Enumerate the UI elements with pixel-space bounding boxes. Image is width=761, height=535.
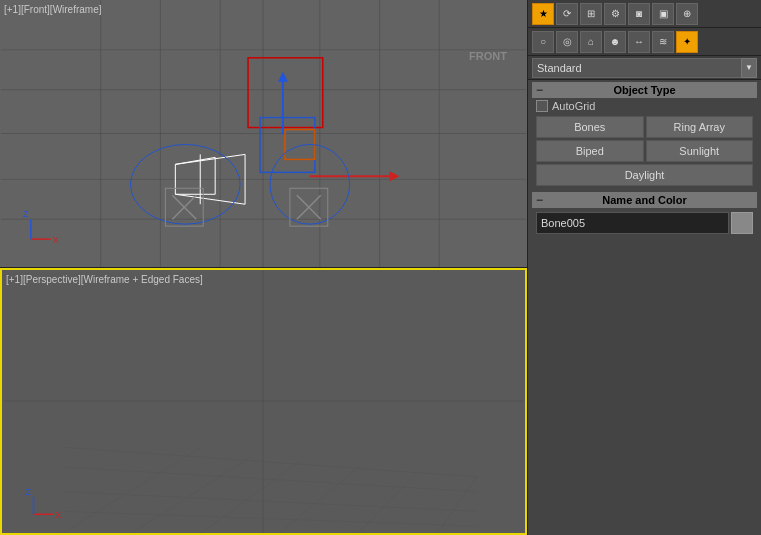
svg-line-39: [132, 457, 250, 533]
viewport-perspective-svg: X Z FRONT: [2, 270, 525, 533]
object-type-buttons: Bones Ring Array Biped Sunlight Daylight: [532, 114, 757, 188]
spark-icon-btn[interactable]: ✦: [676, 31, 698, 53]
biped-button[interactable]: Biped: [536, 140, 644, 162]
refresh-icon-btn[interactable]: ⟳: [556, 3, 578, 25]
svg-line-43: [437, 477, 476, 533]
toolbar-row-2: ○ ◎ ⌂ ☻ ↔ ≋ ✦: [528, 28, 761, 56]
svg-marker-18: [390, 171, 400, 181]
render-icon-btn[interactable]: ▣: [652, 3, 674, 25]
object-type-label: Object Type: [613, 84, 675, 96]
viewport-perspective[interactable]: [+1][Perspective][Wireframe + Edged Face…: [0, 268, 527, 535]
svg-line-41: [280, 467, 359, 533]
dropdown-arrow-btn[interactable]: ▼: [741, 58, 757, 78]
settings-icon-btn[interactable]: ⚙: [604, 3, 626, 25]
bones-button[interactable]: Bones: [536, 116, 644, 138]
name-input-row: [532, 208, 757, 238]
wave-icon-btn[interactable]: ≋: [652, 31, 674, 53]
circle-icon-btn[interactable]: ○: [532, 31, 554, 53]
svg-line-45: [63, 467, 477, 492]
svg-text:X: X: [55, 510, 61, 520]
object-name-input[interactable]: [536, 212, 729, 234]
svg-point-25: [270, 144, 350, 224]
toolbar-row-1: ★ ⟳ ⊞ ⚙ ◙ ▣ ⊕: [528, 0, 761, 28]
name-color-label: Name and Color: [602, 194, 686, 206]
sunlight-button[interactable]: Sunlight: [646, 140, 754, 162]
target-icon-btn[interactable]: ◎: [556, 31, 578, 53]
house-icon-btn[interactable]: ⌂: [580, 31, 602, 53]
object-type-header[interactable]: − Object Type: [532, 82, 757, 98]
svg-text:Z: Z: [23, 209, 29, 219]
autogrid-label: AutoGrid: [552, 100, 595, 112]
front-view-label: FRONT: [469, 50, 507, 62]
extra-icon-btn[interactable]: ⊕: [676, 3, 698, 25]
name-color-section: − Name and Color: [532, 192, 757, 238]
daylight-button[interactable]: Daylight: [536, 164, 753, 186]
svg-line-40: [201, 462, 300, 533]
viewport-perspective-label: [+1][Perspective][Wireframe + Edged Face…: [6, 274, 203, 285]
autogrid-row: AutoGrid: [532, 98, 757, 114]
viewport-front-label: [+1][Front][Wireframe]: [4, 4, 102, 15]
svg-text:X: X: [53, 235, 59, 245]
viewport-area: [+1][Front][Wireframe] FRONT: [0, 0, 527, 535]
name-collapse-icon: −: [536, 193, 543, 207]
camera-icon-btn[interactable]: ◙: [628, 3, 650, 25]
star-icon-btn[interactable]: ★: [532, 3, 554, 25]
swap-icon-btn[interactable]: ↔: [628, 31, 650, 53]
face-icon-btn[interactable]: ☻: [604, 31, 626, 53]
right-panel: ★ ⟳ ⊞ ⚙ ◙ ▣ ⊕ ○ ◎ ⌂ ☻ ↔ ≋ ✦ Standard Exp…: [527, 0, 761, 535]
collapse-icon: −: [536, 83, 543, 97]
svg-line-47: [63, 511, 477, 526]
dropdown-row: Standard Expert Default ▼: [528, 56, 761, 80]
object-type-section: − Object Type AutoGrid Bones Ring Array …: [532, 82, 757, 188]
svg-line-20: [175, 154, 245, 164]
svg-point-24: [130, 144, 240, 224]
viewport-front-svg: X Z: [0, 0, 527, 267]
color-swatch[interactable]: [731, 212, 753, 234]
svg-line-44: [63, 447, 477, 477]
svg-text:Z: Z: [26, 487, 32, 497]
viewport-front[interactable]: [+1][Front][Wireframe] FRONT: [0, 0, 527, 268]
svg-marker-16: [278, 72, 288, 82]
main-container: [+1][Front][Wireframe] FRONT: [0, 0, 761, 535]
svg-line-46: [63, 492, 477, 512]
ring-array-button[interactable]: Ring Array: [646, 116, 754, 138]
autogrid-checkbox[interactable]: [536, 100, 548, 112]
standard-dropdown[interactable]: Standard Expert Default: [532, 58, 742, 78]
name-color-header[interactable]: − Name and Color: [532, 192, 757, 208]
grid-icon-btn[interactable]: ⊞: [580, 3, 602, 25]
svg-line-38: [63, 447, 201, 533]
